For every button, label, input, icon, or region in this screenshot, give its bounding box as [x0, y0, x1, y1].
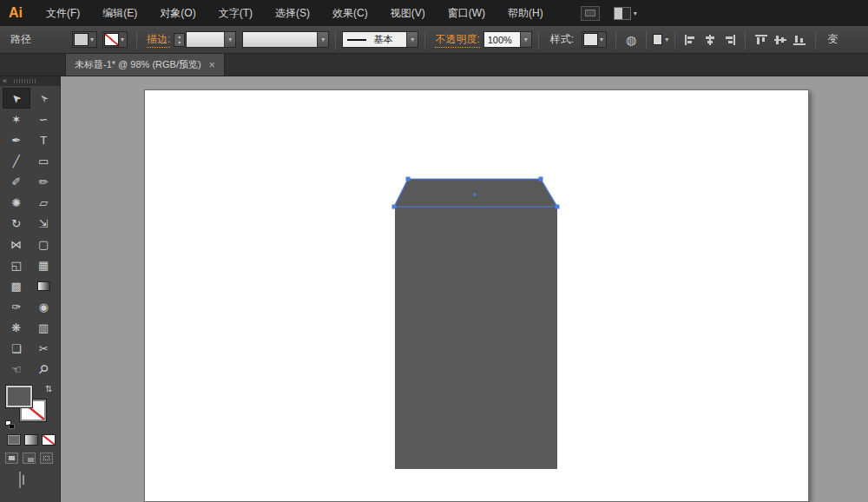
rotate-tool[interactable]: ↻	[3, 213, 30, 234]
direct-selection-tool[interactable]: ➢	[30, 88, 58, 109]
eraser-tool[interactable]: ▱	[30, 192, 58, 213]
arrange-documents-icon	[585, 10, 595, 17]
tool-grid: ➤ ➢ ✶ ∽ ✒ T ╱ ▭ ✐ ✏ ✺ ▱ ↻ ⇲ ⋈ ▢ ◱ ▦ ▩ ✑ …	[0, 86, 60, 380]
gradient-button[interactable]	[24, 434, 38, 446]
app-logo: Ai	[0, 5, 35, 21]
rectangle-tool[interactable]: ▭	[30, 150, 58, 171]
slice-tool[interactable]: ✂	[30, 338, 58, 359]
stroke-color-dropdown[interactable]: ▾	[102, 31, 128, 48]
draw-inside-button[interactable]	[40, 452, 53, 464]
type-tool[interactable]: T	[30, 129, 58, 150]
anchor-point[interactable]	[556, 205, 560, 209]
anchor-point[interactable]	[406, 177, 411, 182]
anchor-point[interactable]	[392, 205, 397, 209]
align-horizontal-center-button[interactable]	[702, 32, 718, 48]
document-tab[interactable]: 未标题-1* @ 98% (RGB/预览) ×	[65, 54, 225, 76]
opacity-panel-link[interactable]: 不透明度:	[435, 32, 479, 48]
align-vertical-top-button[interactable]	[753, 32, 769, 48]
shape-rectangle-body[interactable]	[395, 207, 557, 469]
none-button[interactable]	[42, 434, 56, 446]
document-tab-title: 未标题-1* @ 98% (RGB/预览)	[75, 58, 201, 71]
brush-definition-dropdown[interactable]: 基本 ▾	[342, 31, 418, 48]
draw-normal-button[interactable]	[5, 452, 18, 464]
recolor-artwork-button[interactable]: ◍	[626, 33, 636, 47]
artboard-tool[interactable]: ❏	[3, 338, 30, 359]
column-graph-tool[interactable]: ▥	[30, 317, 58, 338]
mesh-tool[interactable]: ▩	[3, 275, 30, 296]
menu-item-type[interactable]: 文字(T)	[207, 0, 264, 26]
stroke-weight-stepper[interactable]: ▴ ▾	[174, 33, 185, 47]
menu-item-edit[interactable]: 编辑(E)	[91, 0, 148, 26]
anchor-point[interactable]	[539, 177, 543, 182]
lasso-tool[interactable]: ∽	[30, 109, 58, 129]
menu-item-help[interactable]: 帮助(H)	[496, 0, 555, 26]
align-vertical-bottom-button[interactable]	[792, 32, 807, 48]
opacity-dropdown[interactable]: 100% ▾	[483, 31, 532, 48]
symbol-sprayer-tool[interactable]: ❋	[3, 317, 30, 338]
pen-tool[interactable]: ✒	[3, 129, 30, 150]
shape-builder-tool[interactable]: ◱	[3, 254, 30, 275]
menu-item-select[interactable]: 选择(S)	[264, 0, 321, 26]
stepper-down-icon[interactable]: ▾	[174, 40, 184, 46]
document-tab-strip: 未标题-1* @ 98% (RGB/预览) ×	[0, 54, 868, 76]
align-vertical-center-button[interactable]	[773, 32, 788, 48]
menu-item-object[interactable]: 对象(O)	[148, 0, 207, 26]
paintbrush-tool[interactable]: ✐	[3, 171, 30, 192]
align-horizontal-right-button[interactable]	[721, 32, 737, 48]
collapse-panel-icon[interactable]: «	[0, 77, 7, 85]
tools-panel-header[interactable]: «	[0, 76, 60, 86]
fill-color-dropdown[interactable]: ▾	[72, 31, 97, 48]
perspective-grid-tool[interactable]: ▦	[30, 254, 58, 275]
blob-brush-tool[interactable]: ✺	[3, 192, 30, 213]
pencil-tool[interactable]: ✏	[30, 171, 58, 192]
gradient-tool[interactable]	[30, 275, 58, 296]
screen-mode-button[interactable]	[19, 472, 21, 488]
illustrator-window: Ai 文件(F) 编辑(E) 对象(O) 文字(T) 选择(S) 效果(C) 视…	[0, 0, 868, 502]
close-tab-icon[interactable]: ×	[209, 59, 215, 71]
blend-tool[interactable]: ◉	[30, 296, 58, 317]
align-bottom-icon	[793, 35, 806, 45]
chevron-down-icon: ▾	[634, 10, 637, 17]
selected-trapezoid-path[interactable]	[394, 179, 557, 207]
draw-behind-button[interactable]	[23, 452, 36, 464]
selection-tool[interactable]: ➤	[3, 88, 30, 109]
align-options-button[interactable]: ▾	[653, 34, 668, 45]
color-button[interactable]	[7, 434, 21, 446]
stepper-up-icon[interactable]: ▴	[174, 34, 184, 40]
stroke-weight-dropdown[interactable]: ▾	[186, 31, 236, 48]
width-tool[interactable]: ⋈	[3, 234, 30, 254]
eyedropper-tool[interactable]: ✑	[3, 296, 30, 317]
menu-item-window[interactable]: 窗口(W)	[437, 0, 496, 26]
transform-panel-label-truncated[interactable]: 变	[822, 32, 843, 47]
align-left-icon	[685, 35, 697, 45]
menu-item-view[interactable]: 视图(V)	[379, 0, 437, 26]
stroke-none-swatch	[104, 33, 119, 46]
divider	[745, 30, 746, 50]
default-fill-stroke-icon[interactable]	[5, 420, 16, 429]
stroke-panel-link[interactable]: 描边:	[147, 32, 170, 48]
menu-item-effect[interactable]: 效果(C)	[321, 0, 379, 26]
paint-mode-row	[7, 434, 60, 446]
scale-tool[interactable]: ⇲	[30, 213, 58, 234]
canvas[interactable]	[61, 76, 868, 502]
fill-proxy-swatch[interactable]	[6, 386, 32, 407]
magic-wand-tool[interactable]: ✶	[3, 109, 30, 129]
fill-stroke-widget: ⇄	[5, 384, 55, 429]
panel-grip[interactable]	[14, 79, 36, 83]
chevron-down-icon: ▾	[119, 36, 126, 43]
hand-tool[interactable]: ☜	[3, 359, 30, 380]
align-center-icon	[704, 35, 716, 45]
arrange-documents-button[interactable]	[581, 6, 600, 21]
zoom-tool[interactable]: ⚲	[30, 359, 58, 380]
align-top-icon	[755, 35, 767, 45]
swap-fill-stroke-icon[interactable]: ⇄	[43, 385, 53, 392]
variable-width-profile-dropdown[interactable]: ▾	[242, 31, 329, 48]
menu-bar: Ai 文件(F) 编辑(E) 对象(O) 文字(T) 选择(S) 效果(C) 视…	[0, 0, 868, 26]
free-transform-tool[interactable]: ▢	[30, 234, 58, 254]
line-segment-tool[interactable]: ╱	[3, 150, 30, 171]
align-horizontal-left-button[interactable]	[683, 32, 699, 48]
workspace-switcher-button[interactable]: ▾	[614, 7, 637, 20]
style-dropdown[interactable]: ▾	[582, 31, 607, 48]
menu-item-file[interactable]: 文件(F)	[35, 0, 91, 26]
align-right-icon	[723, 35, 735, 45]
